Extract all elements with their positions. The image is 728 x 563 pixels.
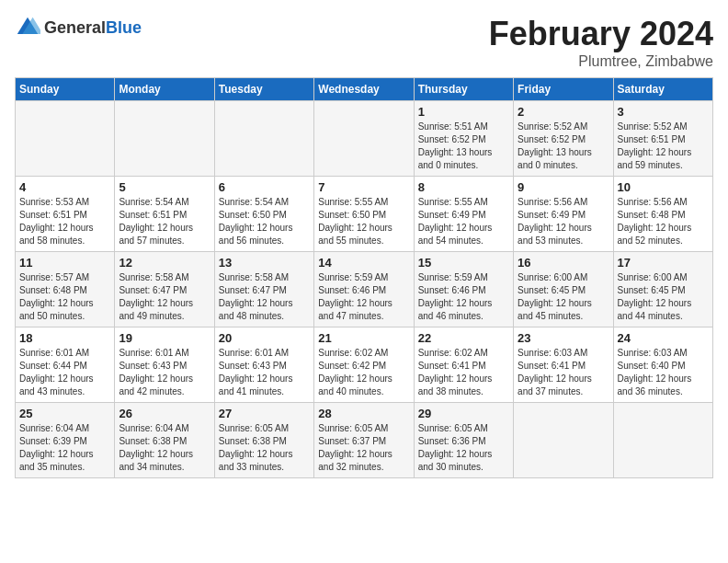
calendar-cell: 5Sunrise: 5:54 AM Sunset: 6:51 PM Daylig… bbox=[115, 177, 214, 252]
calendar-cell bbox=[214, 101, 313, 177]
calendar-cell: 6Sunrise: 5:54 AM Sunset: 6:50 PM Daylig… bbox=[214, 177, 313, 252]
weekday-header: Saturday bbox=[613, 78, 712, 101]
day-number: 5 bbox=[119, 180, 210, 194]
day-info: Sunrise: 5:58 AM Sunset: 6:47 PM Dayligh… bbox=[119, 271, 210, 323]
day-number: 24 bbox=[618, 331, 709, 345]
day-info: Sunrise: 6:01 AM Sunset: 6:43 PM Dayligh… bbox=[219, 347, 310, 398]
day-info: Sunrise: 6:01 AM Sunset: 6:44 PM Dayligh… bbox=[19, 347, 110, 398]
calendar-cell: 21Sunrise: 6:02 AM Sunset: 6:42 PM Dayli… bbox=[314, 327, 414, 403]
calendar-cell: 3Sunrise: 5:52 AM Sunset: 6:51 PM Daylig… bbox=[613, 101, 712, 177]
day-info: Sunrise: 5:52 AM Sunset: 6:51 PM Dayligh… bbox=[618, 121, 709, 172]
weekday-header: Sunday bbox=[16, 78, 115, 101]
calendar-cell: 27Sunrise: 6:05 AM Sunset: 6:38 PM Dayli… bbox=[214, 403, 313, 478]
calendar-cell: 7Sunrise: 5:55 AM Sunset: 6:50 PM Daylig… bbox=[314, 177, 414, 252]
calendar-header-row: SundayMondayTuesdayWednesdayThursdayFrid… bbox=[16, 78, 713, 101]
calendar-cell bbox=[613, 403, 712, 478]
day-number: 14 bbox=[318, 256, 409, 270]
weekday-header: Tuesday bbox=[214, 78, 313, 101]
day-info: Sunrise: 5:52 AM Sunset: 6:52 PM Dayligh… bbox=[518, 121, 609, 172]
day-info: Sunrise: 5:51 AM Sunset: 6:52 PM Dayligh… bbox=[418, 121, 509, 172]
title-area: February 2024 Plumtree, Zimbabwe bbox=[489, 15, 713, 70]
logo-text-blue: Blue bbox=[106, 18, 142, 37]
day-info: Sunrise: 5:59 AM Sunset: 6:46 PM Dayligh… bbox=[318, 271, 409, 323]
day-info: Sunrise: 5:57 AM Sunset: 6:48 PM Dayligh… bbox=[19, 271, 110, 323]
day-number: 4 bbox=[19, 180, 110, 194]
day-info: Sunrise: 6:02 AM Sunset: 6:42 PM Dayligh… bbox=[318, 347, 409, 398]
day-number: 15 bbox=[418, 256, 509, 270]
day-info: Sunrise: 5:55 AM Sunset: 6:49 PM Dayligh… bbox=[418, 196, 509, 247]
day-info: Sunrise: 6:00 AM Sunset: 6:45 PM Dayligh… bbox=[618, 271, 709, 323]
day-number: 11 bbox=[19, 256, 110, 270]
day-info: Sunrise: 5:55 AM Sunset: 6:50 PM Dayligh… bbox=[318, 196, 409, 247]
calendar-cell: 29Sunrise: 6:05 AM Sunset: 6:36 PM Dayli… bbox=[414, 403, 513, 478]
day-number: 1 bbox=[418, 105, 509, 119]
day-number: 7 bbox=[318, 180, 409, 194]
calendar-cell: 18Sunrise: 6:01 AM Sunset: 6:44 PM Dayli… bbox=[16, 327, 115, 403]
day-number: 29 bbox=[418, 407, 509, 420]
day-info: Sunrise: 6:03 AM Sunset: 6:40 PM Dayligh… bbox=[618, 347, 709, 398]
day-number: 9 bbox=[518, 180, 609, 194]
day-number: 27 bbox=[219, 407, 310, 420]
calendar-week-row: 1Sunrise: 5:51 AM Sunset: 6:52 PM Daylig… bbox=[16, 101, 713, 177]
calendar-cell: 4Sunrise: 5:53 AM Sunset: 6:51 PM Daylig… bbox=[16, 177, 115, 252]
calendar-cell: 12Sunrise: 5:58 AM Sunset: 6:47 PM Dayli… bbox=[115, 252, 214, 327]
calendar-body: 1Sunrise: 5:51 AM Sunset: 6:52 PM Daylig… bbox=[16, 101, 713, 478]
calendar-week-row: 25Sunrise: 6:04 AM Sunset: 6:39 PM Dayli… bbox=[16, 403, 713, 478]
day-info: Sunrise: 5:58 AM Sunset: 6:47 PM Dayligh… bbox=[219, 271, 310, 323]
day-info: Sunrise: 6:05 AM Sunset: 6:38 PM Dayligh… bbox=[219, 422, 310, 474]
calendar-cell: 8Sunrise: 5:55 AM Sunset: 6:49 PM Daylig… bbox=[414, 177, 513, 252]
day-info: Sunrise: 6:05 AM Sunset: 6:37 PM Dayligh… bbox=[318, 422, 409, 474]
day-number: 17 bbox=[618, 256, 709, 270]
calendar-cell: 19Sunrise: 6:01 AM Sunset: 6:43 PM Dayli… bbox=[115, 327, 214, 403]
calendar-cell: 28Sunrise: 6:05 AM Sunset: 6:37 PM Dayli… bbox=[314, 403, 414, 478]
day-number: 2 bbox=[518, 105, 609, 119]
day-info: Sunrise: 5:56 AM Sunset: 6:49 PM Dayligh… bbox=[518, 196, 609, 247]
calendar-cell: 24Sunrise: 6:03 AM Sunset: 6:40 PM Dayli… bbox=[613, 327, 712, 403]
day-info: Sunrise: 6:05 AM Sunset: 6:36 PM Dayligh… bbox=[418, 422, 509, 474]
calendar-cell: 14Sunrise: 5:59 AM Sunset: 6:46 PM Dayli… bbox=[314, 252, 414, 327]
day-number: 21 bbox=[318, 331, 409, 345]
calendar-week-row: 4Sunrise: 5:53 AM Sunset: 6:51 PM Daylig… bbox=[16, 177, 713, 252]
day-info: Sunrise: 5:56 AM Sunset: 6:48 PM Dayligh… bbox=[618, 196, 709, 247]
calendar-cell: 23Sunrise: 6:03 AM Sunset: 6:41 PM Dayli… bbox=[514, 327, 613, 403]
day-info: Sunrise: 5:53 AM Sunset: 6:51 PM Dayligh… bbox=[19, 196, 110, 247]
calendar-cell: 1Sunrise: 5:51 AM Sunset: 6:52 PM Daylig… bbox=[414, 101, 513, 177]
calendar-cell: 20Sunrise: 6:01 AM Sunset: 6:43 PM Dayli… bbox=[214, 327, 313, 403]
calendar-cell: 25Sunrise: 6:04 AM Sunset: 6:39 PM Dayli… bbox=[16, 403, 115, 478]
calendar-cell: 15Sunrise: 5:59 AM Sunset: 6:46 PM Dayli… bbox=[414, 252, 513, 327]
day-number: 12 bbox=[119, 256, 210, 270]
day-info: Sunrise: 6:02 AM Sunset: 6:41 PM Dayligh… bbox=[418, 347, 509, 398]
day-number: 13 bbox=[219, 256, 310, 270]
header: GeneralBlue February 2024 Plumtree, Zimb… bbox=[15, 15, 713, 70]
day-info: Sunrise: 6:04 AM Sunset: 6:38 PM Dayligh… bbox=[119, 422, 210, 474]
calendar-cell bbox=[514, 403, 613, 478]
day-number: 22 bbox=[418, 331, 509, 345]
logo: GeneralBlue bbox=[15, 15, 142, 40]
day-number: 10 bbox=[618, 180, 709, 194]
calendar-week-row: 18Sunrise: 6:01 AM Sunset: 6:44 PM Dayli… bbox=[16, 327, 713, 403]
weekday-header: Monday bbox=[115, 78, 214, 101]
calendar-cell: 10Sunrise: 5:56 AM Sunset: 6:48 PM Dayli… bbox=[613, 177, 712, 252]
day-number: 20 bbox=[219, 331, 310, 345]
calendar-cell: 2Sunrise: 5:52 AM Sunset: 6:52 PM Daylig… bbox=[514, 101, 613, 177]
calendar-cell bbox=[115, 101, 214, 177]
day-number: 23 bbox=[518, 331, 609, 345]
day-number: 8 bbox=[418, 180, 509, 194]
calendar-cell: 11Sunrise: 5:57 AM Sunset: 6:48 PM Dayli… bbox=[16, 252, 115, 327]
location-title: Plumtree, Zimbabwe bbox=[489, 53, 713, 70]
day-info: Sunrise: 6:03 AM Sunset: 6:41 PM Dayligh… bbox=[518, 347, 609, 398]
day-number: 18 bbox=[19, 331, 110, 345]
calendar-cell: 17Sunrise: 6:00 AM Sunset: 6:45 PM Dayli… bbox=[613, 252, 712, 327]
calendar-cell: 9Sunrise: 5:56 AM Sunset: 6:49 PM Daylig… bbox=[514, 177, 613, 252]
calendar-table: SundayMondayTuesdayWednesdayThursdayFrid… bbox=[15, 77, 713, 478]
calendar-week-row: 11Sunrise: 5:57 AM Sunset: 6:48 PM Dayli… bbox=[16, 252, 713, 327]
calendar-cell bbox=[16, 101, 115, 177]
day-info: Sunrise: 6:00 AM Sunset: 6:45 PM Dayligh… bbox=[518, 271, 609, 323]
day-number: 3 bbox=[618, 105, 709, 119]
day-number: 28 bbox=[318, 407, 409, 420]
calendar-cell: 22Sunrise: 6:02 AM Sunset: 6:41 PM Dayli… bbox=[414, 327, 513, 403]
day-info: Sunrise: 5:59 AM Sunset: 6:46 PM Dayligh… bbox=[418, 271, 509, 323]
day-number: 19 bbox=[119, 331, 210, 345]
weekday-header: Friday bbox=[514, 78, 613, 101]
calendar-cell: 26Sunrise: 6:04 AM Sunset: 6:38 PM Dayli… bbox=[115, 403, 214, 478]
